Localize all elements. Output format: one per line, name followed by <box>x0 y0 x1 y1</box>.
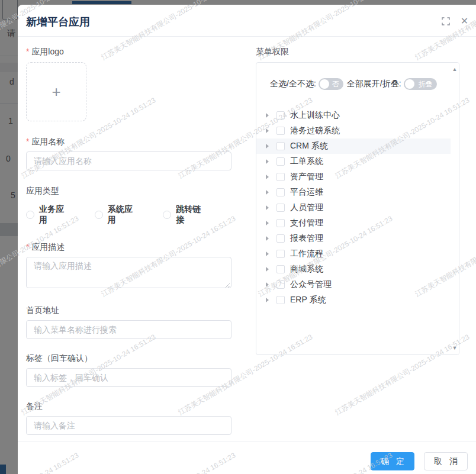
dialog-header: 新增平台应用 ✕ <box>18 5 476 37</box>
expand-all-label: 全部展开/折叠: <box>347 79 401 89</box>
tree-item-label: 公众号管理 <box>290 279 332 290</box>
tree-item[interactable]: 商城系统 <box>256 262 459 277</box>
tree-item-label: 商城系统 <box>290 264 323 275</box>
menu-tree: 水上训练中心 港务过磅系统 CRM 系统 工单系统 资产管理 平台运维 人员管理… <box>256 108 459 308</box>
dialog-title: 新增平台应用 <box>26 15 90 29</box>
name-label: 应用名称 <box>26 137 231 146</box>
fullscreen-icon[interactable] <box>441 17 450 25</box>
expand-caret-icon[interactable] <box>266 251 269 256</box>
select-all-label: 全选/全不选: <box>270 79 316 89</box>
expand-caret-icon[interactable] <box>266 267 269 272</box>
expand-caret-icon[interactable] <box>266 236 269 241</box>
tree-checkbox[interactable] <box>276 127 285 135</box>
radio-business-app[interactable]: 业务应用 <box>26 204 67 225</box>
expand-all-switch[interactable]: 折叠 <box>404 78 437 90</box>
description-textarea[interactable] <box>26 257 231 288</box>
expand-caret-icon[interactable] <box>266 128 269 133</box>
tree-checkbox[interactable] <box>276 204 285 212</box>
radio-circle-icon <box>95 211 103 219</box>
expand-caret-icon[interactable] <box>266 159 269 164</box>
tree-item-label: 工作流程 <box>290 249 323 259</box>
tree-item-label: 平台运维 <box>290 187 323 198</box>
tree-item-label: 工单系统 <box>290 156 323 167</box>
tree-checkbox[interactable] <box>276 296 285 304</box>
tree-item-label: 报表管理 <box>290 233 323 244</box>
page: 请d105 新增平台应用 ✕ 应用logo + 应用名称 <box>0 0 476 474</box>
tree-checkbox[interactable] <box>276 111 285 120</box>
tree-item[interactable]: 人员管理 <box>256 200 459 215</box>
logo-label: 应用logo <box>26 47 231 56</box>
tree-toggle-row: 全选/全不选: 否 全部展开/折叠: 折叠 <box>270 78 459 90</box>
tree-item[interactable]: 工作流程 <box>256 246 459 262</box>
tree-item-label: 资产管理 <box>290 172 323 182</box>
name-input[interactable] <box>26 151 231 170</box>
homepage-input[interactable] <box>26 320 231 339</box>
tree-checkbox[interactable] <box>276 157 285 166</box>
tree-checkbox[interactable] <box>276 250 285 258</box>
tree-item[interactable]: 工单系统 <box>256 154 459 169</box>
tree-item[interactable]: 报表管理 <box>256 231 459 246</box>
app-form: 应用logo + 应用名称 应用类型 业务应用 <box>26 47 231 435</box>
tags-label: 标签（回车确认） <box>26 353 231 363</box>
description-label: 应用描述 <box>26 242 231 251</box>
radio-circle-icon <box>26 211 34 219</box>
expand-caret-icon[interactable] <box>266 175 269 179</box>
add-platform-app-dialog: 新增平台应用 ✕ 应用logo + 应用名称 应用类型 <box>18 5 476 474</box>
tree-item-label: CRM 系统 <box>290 141 328 151</box>
dialog-footer: 确 定 取 消 <box>18 441 476 470</box>
remark-input[interactable] <box>26 416 231 435</box>
switch-knob <box>320 79 329 89</box>
homepage-label: 首页地址 <box>26 305 231 315</box>
tree-item[interactable]: CRM 系统 <box>256 138 459 154</box>
tree-item-label: 水上训练中心 <box>290 110 340 121</box>
type-radio-group: 业务应用 系统应用 跳转链接 <box>26 204 231 225</box>
menu-permissions-section: 菜单权限 全选/全不选: 否 全部展开/折叠: 折叠 <box>256 47 459 355</box>
tree-item[interactable]: 公众号管理 <box>256 277 459 292</box>
tags-input[interactable] <box>26 368 231 387</box>
tree-checkbox[interactable] <box>276 280 285 289</box>
switch-knob <box>405 79 414 89</box>
tree-item[interactable]: 平台运维 <box>256 185 459 200</box>
scroll-up-icon[interactable]: ▲ <box>452 67 458 72</box>
expand-caret-icon[interactable] <box>266 205 269 210</box>
radio-circle-icon <box>163 211 171 219</box>
menu-permissions-panel: 全选/全不选: 否 全部展开/折叠: 折叠 水上训练中心 <box>256 62 459 355</box>
plus-icon: + <box>52 83 60 101</box>
menu-permissions-label: 菜单权限 <box>256 47 459 56</box>
tree-item-label: 港务过磅系统 <box>290 125 340 136</box>
remark-label: 备注 <box>26 401 231 411</box>
logo-upload-button[interactable]: + <box>26 62 86 121</box>
tree-item[interactable]: 支付管理 <box>256 215 459 231</box>
select-all-switch[interactable]: 否 <box>319 78 343 90</box>
expand-caret-icon[interactable] <box>266 190 269 195</box>
cancel-button[interactable]: 取 消 <box>424 452 468 470</box>
expand-caret-icon[interactable] <box>266 221 269 225</box>
tree-item-label: 人员管理 <box>290 202 323 213</box>
tree-item[interactable]: 资产管理 <box>256 169 459 185</box>
tree-checkbox[interactable] <box>276 142 285 150</box>
type-label: 应用类型 <box>26 186 231 195</box>
tree-scrollbar[interactable]: ▲ ▼ <box>451 63 459 354</box>
tree-item[interactable]: ERP 系统 <box>256 292 459 308</box>
radio-jump-link[interactable]: 跳转链接 <box>163 204 204 225</box>
scroll-down-icon[interactable]: ▼ <box>452 346 458 350</box>
close-icon[interactable]: ✕ <box>460 17 469 25</box>
tree-checkbox[interactable] <box>276 219 285 227</box>
tree-item[interactable]: 港务过磅系统 <box>256 123 459 138</box>
tree-checkbox[interactable] <box>276 265 285 273</box>
tree-item-label: ERP 系统 <box>290 295 326 305</box>
confirm-button[interactable]: 确 定 <box>371 452 414 470</box>
expand-caret-icon[interactable] <box>266 113 269 118</box>
tree-checkbox[interactable] <box>276 173 285 181</box>
radio-system-app[interactable]: 系统应用 <box>95 204 136 225</box>
tree-item-label: 支付管理 <box>290 218 323 228</box>
tree-checkbox[interactable] <box>276 234 285 243</box>
tree-checkbox[interactable] <box>276 188 285 196</box>
expand-caret-icon[interactable] <box>266 144 269 149</box>
expand-caret-icon[interactable] <box>266 298 269 302</box>
expand-caret-icon[interactable] <box>266 282 269 287</box>
tree-item[interactable]: 水上训练中心 <box>256 108 459 123</box>
